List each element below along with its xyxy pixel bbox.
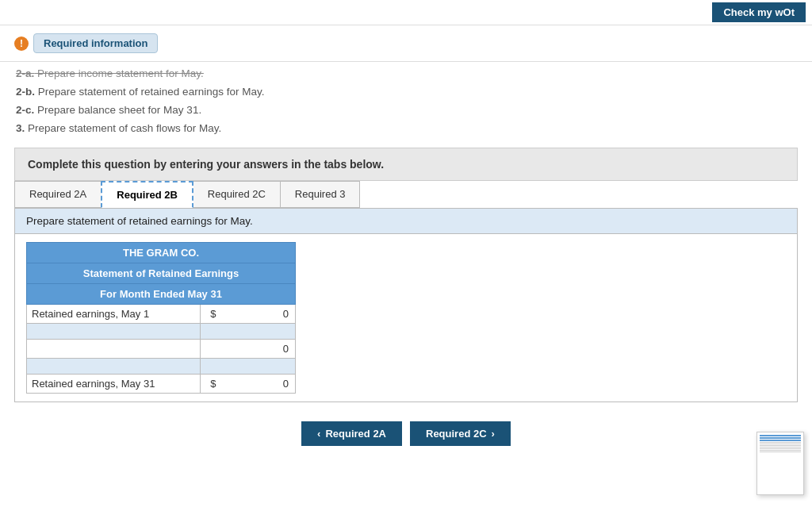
next-button[interactable]: Required 2C › [410, 421, 511, 446]
period-cell: For Month Ended May 31 [27, 283, 296, 304]
thumbnail-preview [756, 432, 804, 495]
content-area: 2-a. Prepare income statement for May. 2… [0, 65, 812, 451]
task-2b: 2-b. Prepare statement of retained earni… [16, 83, 798, 102]
nav-buttons: ‹ Required 2A Required 2C › [14, 413, 798, 451]
required-info-bar: ! Required information [0, 25, 812, 61]
value0-label [27, 339, 201, 358]
statement-title-cell: Statement of Retained Earnings [27, 263, 296, 283]
table-row-input2[interactable] [27, 358, 296, 374]
table-row-may1: Retained earnings, May 1 $ 0 [27, 304, 296, 323]
thumb-line-7 [760, 447, 801, 448]
prev-arrow-icon: ‹ [317, 428, 320, 440]
prev-label: Required 2A [325, 428, 386, 440]
statement-container: THE GRAM CO. Statement of Retained Earni… [15, 234, 797, 402]
thumb-line-3 [760, 440, 801, 441]
may1-value: 0 [226, 304, 296, 323]
next-label: Required 2C [426, 428, 487, 440]
thumb-line-5 [760, 444, 801, 444]
thumbnail-inner [757, 432, 803, 455]
header-period: For Month Ended May 31 [27, 283, 296, 304]
input2-label-field[interactable] [30, 360, 197, 372]
thumb-line-4 [760, 442, 801, 443]
value0-value: 0 [226, 339, 296, 358]
input1-label-cell[interactable] [27, 323, 201, 339]
thumb-line-9 [760, 450, 801, 451]
exclamation-icon: ! [14, 36, 29, 51]
may31-currency: $ [200, 374, 226, 393]
input2-value-cell[interactable] [200, 358, 295, 374]
tab-required-2c[interactable]: Required 2C [193, 181, 281, 208]
next-arrow-icon: › [492, 428, 495, 440]
header-company: THE GRAM CO. [27, 242, 296, 263]
thumb-line-2 [760, 437, 801, 439]
tab-content-wrapper: Prepare statement of retained earnings f… [14, 209, 798, 402]
statement-table: THE GRAM CO. Statement of Retained Earni… [26, 242, 296, 394]
task-2c: 2-c. Prepare balance sheet for May 31. [16, 102, 798, 120]
thumb-line-10 [760, 451, 801, 452]
task-list: 2-a. Prepare income statement for May. 2… [14, 65, 798, 138]
input1-label-field[interactable] [30, 325, 197, 337]
required-info-badge: Required information [33, 33, 158, 53]
value0-currency [200, 339, 226, 358]
tabs-container: Required 2A Required 2B Required 2C Requ… [14, 181, 798, 209]
may1-label: Retained earnings, May 1 [27, 304, 201, 323]
may1-currency: $ [200, 304, 226, 323]
check-my-work-button[interactable]: Check my wOt [712, 2, 806, 22]
may31-label: Retained earnings, May 31 [27, 374, 201, 393]
input2-label-cell[interactable] [27, 358, 201, 374]
task-2a: 2-a. Prepare income statement for May. [16, 65, 798, 83]
thumb-line-6 [760, 445, 801, 446]
tab-description: Prepare statement of retained earnings f… [15, 209, 797, 234]
tab-required-3[interactable]: Required 3 [280, 181, 361, 208]
table-row-may31: Retained earnings, May 31 $ 0 [27, 374, 296, 393]
complete-question-box: Complete this question by entering your … [14, 148, 798, 181]
input2-value-field[interactable] [204, 360, 289, 372]
prev-button[interactable]: ‹ Required 2A [301, 421, 402, 446]
tab-required-2a[interactable]: Required 2A [14, 181, 102, 208]
input1-value-field[interactable] [204, 325, 289, 337]
table-row-input1[interactable] [27, 323, 296, 339]
top-bar: Check my wOt [0, 0, 812, 25]
company-name-cell: THE GRAM CO. [27, 242, 296, 263]
task-3: 3. Prepare statement of cash flows for M… [16, 120, 798, 138]
may31-value: 0 [226, 374, 296, 393]
input1-value-cell[interactable] [200, 323, 295, 339]
table-row-value0: 0 [27, 339, 296, 358]
header-title: Statement of Retained Earnings [27, 263, 296, 283]
thumb-line-8 [760, 448, 801, 449]
tab-required-2b[interactable]: Required 2B [101, 181, 193, 208]
divider [0, 61, 812, 62]
thumb-line-1 [760, 435, 801, 436]
